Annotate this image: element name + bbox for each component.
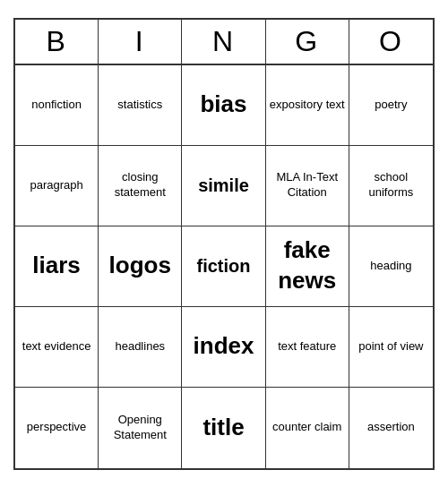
bingo-cell-22[interactable]: title [182,388,265,468]
bingo-cell-3[interactable]: expository text [266,65,349,146]
bingo-cell-13[interactable]: fake news [266,226,349,307]
header-letter-i: I [99,20,182,64]
bingo-cell-5[interactable]: paragraph [15,146,99,226]
bingo-card: BINGO nonfictionstatisticsbiasexpository… [13,18,435,470]
bingo-cell-2[interactable]: bias [182,65,265,146]
bingo-cell-6[interactable]: closing statement [99,146,182,226]
bingo-cell-20[interactable]: perspective [15,388,99,468]
bingo-cell-21[interactable]: Opening Statement [99,388,182,468]
header-letter-n: N [182,20,265,64]
bingo-cell-18[interactable]: text feature [266,307,349,388]
bingo-cell-4[interactable]: poetry [349,65,433,146]
bingo-cell-10[interactable]: liars [15,226,99,307]
bingo-cell-15[interactable]: text evidence [15,307,99,388]
bingo-cell-0[interactable]: nonfiction [15,65,99,146]
bingo-cell-8[interactable]: MLA In-Text Citation [266,146,349,226]
bingo-grid: nonfictionstatisticsbiasexpository textp… [15,65,433,468]
bingo-cell-1[interactable]: statistics [99,65,182,146]
bingo-cell-12[interactable]: fiction [182,226,265,307]
bingo-header: BINGO [15,20,433,65]
bingo-cell-16[interactable]: headlines [99,307,182,388]
bingo-cell-9[interactable]: school uniforms [349,146,433,226]
bingo-cell-17[interactable]: index [182,307,265,388]
bingo-cell-19[interactable]: point of view [349,307,433,388]
header-letter-b: B [15,20,99,64]
header-letter-g: G [266,20,349,64]
bingo-cell-11[interactable]: logos [99,226,182,307]
bingo-cell-23[interactable]: counter claim [266,388,349,468]
header-letter-o: O [349,20,433,64]
bingo-cell-7[interactable]: simile [182,146,265,226]
bingo-cell-14[interactable]: heading [349,226,433,307]
bingo-cell-24[interactable]: assertion [349,388,433,468]
